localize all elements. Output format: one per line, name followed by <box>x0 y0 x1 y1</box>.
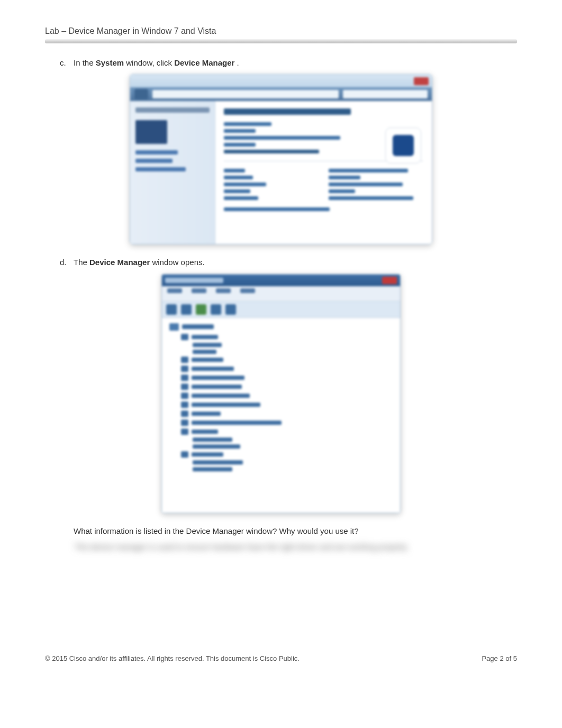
tree-node <box>181 411 393 417</box>
page-footer: © 2015 Cisco and/or its affiliates. All … <box>45 654 517 662</box>
device-icon <box>181 402 188 408</box>
breadcrumb <box>152 90 339 98</box>
close-icon <box>382 277 397 284</box>
device-icon <box>181 393 188 399</box>
tree-node <box>193 350 393 354</box>
windows-logo-icon <box>393 135 414 156</box>
menu-view <box>216 288 231 293</box>
device-tree <box>162 318 400 513</box>
device-icon <box>181 411 188 417</box>
window-titlebar <box>162 275 400 286</box>
window-title <box>165 278 223 283</box>
bold-device-manager: Device Manager <box>174 58 234 67</box>
toolbar-icon <box>166 304 177 315</box>
step-d: d. The Device Manager window opens. <box>60 256 502 268</box>
device-manager-screenshot <box>161 274 401 513</box>
tree-node <box>181 451 393 458</box>
tree-node <box>181 334 393 340</box>
step-c-letter: c. <box>60 57 74 69</box>
device-icon <box>181 334 188 340</box>
tree-node <box>181 384 393 390</box>
icon-toolbar <box>162 302 400 318</box>
windows-logo <box>385 128 421 163</box>
page-header-title: Lab – Device Manager in Window 7 and Vis… <box>45 26 517 36</box>
device-icon <box>181 375 188 381</box>
bold-device-manager-2: Device Manager <box>89 258 150 267</box>
blurred-answer: The device manager is used to ensure har… <box>75 542 502 551</box>
device-icon <box>181 384 188 390</box>
system-main-panel <box>215 101 432 244</box>
tree-node <box>193 343 393 347</box>
tree-node <box>181 366 393 372</box>
tree-node <box>181 393 393 399</box>
tree-node <box>193 467 393 471</box>
sidebar-heading <box>135 107 210 113</box>
header-divider <box>45 39 517 43</box>
device-icon <box>181 357 188 363</box>
sidebar-link <box>135 159 173 163</box>
tree-node <box>181 429 393 435</box>
toolbar-icon <box>211 304 221 315</box>
tree-node <box>181 375 393 381</box>
menu-help <box>240 288 255 293</box>
window-titlebar <box>130 75 432 87</box>
sidebar-link-device-manager <box>135 150 178 154</box>
toolbar-icon <box>225 304 236 315</box>
sidebar-thumbnail <box>135 120 167 144</box>
tree-node <box>181 402 393 408</box>
menu-file <box>167 288 182 293</box>
back-icon <box>134 89 148 99</box>
close-icon <box>414 77 429 85</box>
step-c-text: In the System window, click Device Manag… <box>74 57 239 69</box>
menubar <box>162 286 400 302</box>
tree-node <box>181 357 393 363</box>
step-c: c. In the System window, click Device Ma… <box>60 57 502 69</box>
device-icon <box>181 366 188 372</box>
search-input <box>343 90 428 98</box>
sidebar <box>130 101 215 244</box>
system-window-screenshot <box>130 74 432 244</box>
tree-node <box>193 438 393 442</box>
main-heading <box>224 108 351 115</box>
toolbar-icon <box>181 304 192 315</box>
device-icon <box>181 429 188 435</box>
step-d-text: The Device Manager window opens. <box>74 256 205 268</box>
tree-node <box>193 444 393 449</box>
sidebar-link <box>135 167 186 171</box>
toolbar-icon <box>196 304 206 315</box>
footer-page-number: Page 2 of 5 <box>482 654 517 662</box>
device-icon <box>181 420 188 426</box>
tree-node <box>193 460 393 465</box>
window-toolbar <box>130 87 432 101</box>
footer-copyright: © 2015 Cisco and/or its affiliates. All … <box>45 654 300 662</box>
computer-icon <box>169 323 179 331</box>
question-text: What information is listed in the Device… <box>74 525 502 537</box>
tree-node <box>181 420 393 426</box>
bold-system: System <box>96 58 124 67</box>
tree-root <box>169 323 393 331</box>
device-icon <box>181 451 188 458</box>
step-d-letter: d. <box>60 256 74 268</box>
menu-action <box>192 288 206 293</box>
